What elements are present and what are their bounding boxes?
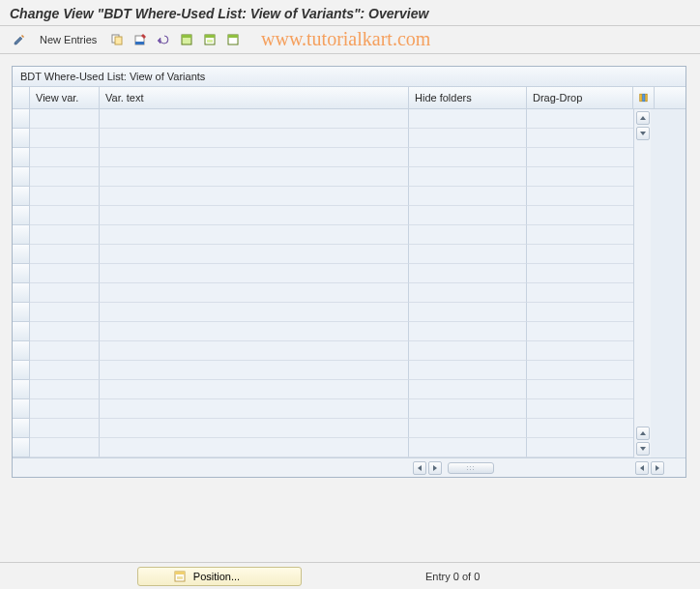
row-select-handle[interactable]: [13, 303, 30, 322]
table-row[interactable]: [13, 380, 633, 399]
cell-hide-folders[interactable]: [409, 245, 527, 264]
copy-as-button[interactable]: [107, 30, 127, 49]
cell-drag-drop[interactable]: [527, 303, 633, 322]
cell-drag-drop[interactable]: [527, 264, 633, 283]
cell-hide-folders[interactable]: [409, 109, 527, 129]
cell-drag-drop[interactable]: [527, 399, 633, 419]
table-row[interactable]: [13, 438, 633, 457]
table-row[interactable]: [13, 283, 633, 303]
cell-drag-drop[interactable]: [527, 187, 633, 206]
cell-view-var[interactable]: [30, 109, 100, 129]
cell-var-text[interactable]: [100, 206, 409, 225]
cell-var-text[interactable]: [100, 109, 409, 129]
cell-drag-drop[interactable]: [527, 109, 633, 129]
cell-hide-folders[interactable]: [409, 264, 527, 283]
cell-view-var[interactable]: [30, 129, 100, 148]
column-header-view-var[interactable]: View var.: [30, 87, 100, 108]
scroll-down-button[interactable]: [636, 127, 650, 140]
cell-hide-folders[interactable]: [409, 167, 527, 187]
cell-var-text[interactable]: [100, 341, 409, 361]
table-row[interactable]: [13, 264, 633, 283]
cell-drag-drop[interactable]: [527, 322, 633, 341]
cell-hide-folders[interactable]: [409, 419, 527, 438]
cell-hide-folders[interactable]: [409, 206, 527, 225]
cell-hide-folders[interactable]: [409, 129, 527, 148]
cell-hide-folders[interactable]: [409, 380, 527, 399]
scroll-left-button[interactable]: [413, 461, 426, 475]
cell-var-text[interactable]: [100, 361, 409, 380]
cell-view-var[interactable]: [30, 148, 100, 167]
cell-var-text[interactable]: [100, 438, 409, 457]
row-select-handle[interactable]: [13, 225, 30, 245]
row-select-handle[interactable]: [13, 438, 30, 457]
column-config-button[interactable]: [633, 87, 655, 108]
hscroll-thumb[interactable]: :::: [448, 462, 494, 474]
cell-view-var[interactable]: [30, 438, 100, 457]
row-select-handle[interactable]: [13, 380, 30, 399]
row-select-handle[interactable]: [13, 322, 30, 341]
column-header-hide-folders[interactable]: Hide folders: [409, 87, 527, 108]
cell-drag-drop[interactable]: [527, 283, 633, 303]
cell-hide-folders[interactable]: [409, 322, 527, 341]
table-row[interactable]: [13, 225, 633, 245]
row-select-handle[interactable]: [13, 148, 30, 167]
cell-view-var[interactable]: [30, 322, 100, 341]
cell-view-var[interactable]: [30, 225, 100, 245]
cell-hide-folders[interactable]: [409, 148, 527, 167]
cell-var-text[interactable]: [100, 322, 409, 341]
cell-hide-folders[interactable]: [409, 438, 527, 457]
cell-drag-drop[interactable]: [527, 245, 633, 264]
row-select-handle[interactable]: [13, 283, 30, 303]
scroll-down-button-bottom[interactable]: [636, 442, 650, 456]
table-row[interactable]: [13, 245, 633, 264]
cell-hide-folders[interactable]: [409, 225, 527, 245]
cell-hide-folders[interactable]: [409, 341, 527, 361]
scroll-up-button-bottom[interactable]: [636, 427, 650, 440]
table-row[interactable]: [13, 322, 633, 341]
row-select-handle[interactable]: [13, 206, 30, 225]
row-select-handle[interactable]: [13, 187, 30, 206]
cell-view-var[interactable]: [30, 167, 100, 187]
cell-view-var[interactable]: [30, 264, 100, 283]
scroll-right-button-2[interactable]: [651, 461, 664, 475]
cell-hide-folders[interactable]: [409, 361, 527, 380]
table-row[interactable]: [13, 419, 633, 438]
cell-view-var[interactable]: [30, 419, 100, 438]
cell-var-text[interactable]: [100, 303, 409, 322]
cell-drag-drop[interactable]: [527, 206, 633, 225]
table-row[interactable]: [13, 148, 633, 167]
cell-var-text[interactable]: [100, 283, 409, 303]
toggle-display-change-button[interactable]: [10, 30, 29, 49]
cell-drag-drop[interactable]: [527, 167, 633, 187]
position-button[interactable]: Position...: [137, 567, 302, 586]
row-select-handle[interactable]: [13, 109, 30, 129]
cell-hide-folders[interactable]: [409, 187, 527, 206]
cell-view-var[interactable]: [30, 187, 100, 206]
select-all-button[interactable]: [177, 30, 196, 49]
cell-view-var[interactable]: [30, 245, 100, 264]
vertical-scrollbar[interactable]: [633, 109, 651, 457]
cell-var-text[interactable]: [100, 399, 409, 419]
table-row[interactable]: [13, 206, 633, 225]
cell-hide-folders[interactable]: [409, 303, 527, 322]
cell-view-var[interactable]: [30, 283, 100, 303]
cell-var-text[interactable]: [100, 245, 409, 264]
scroll-left-button-2[interactable]: [635, 461, 649, 475]
cell-drag-drop[interactable]: [527, 438, 633, 457]
cell-drag-drop[interactable]: [527, 380, 633, 399]
column-header-drag-drop[interactable]: Drag-Drop: [527, 87, 633, 108]
row-select-handle[interactable]: [13, 264, 30, 283]
row-select-handle[interactable]: [13, 341, 30, 361]
new-entries-button[interactable]: New Entries: [33, 30, 103, 49]
cell-view-var[interactable]: [30, 380, 100, 399]
cell-drag-drop[interactable]: [527, 341, 633, 361]
cell-hide-folders[interactable]: [409, 283, 527, 303]
cell-view-var[interactable]: [30, 361, 100, 380]
cell-var-text[interactable]: [100, 380, 409, 399]
table-row[interactable]: [13, 167, 633, 187]
cell-var-text[interactable]: [100, 148, 409, 167]
row-select-handle[interactable]: [13, 129, 30, 148]
delete-button[interactable]: [131, 30, 150, 49]
cell-view-var[interactable]: [30, 206, 100, 225]
row-select-handle[interactable]: [13, 361, 30, 380]
